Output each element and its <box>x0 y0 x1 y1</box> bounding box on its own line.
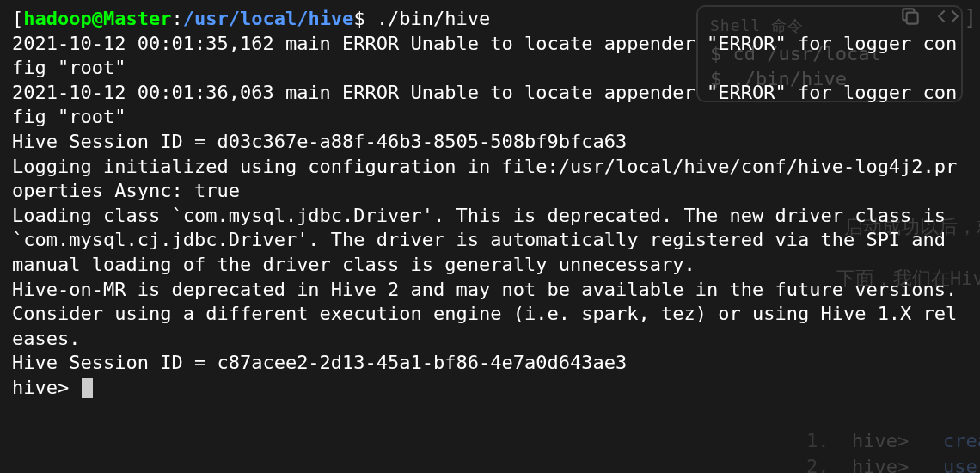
output-line: 2021-10-12 00:01:36,063 main ERROR Unabl… <box>12 81 968 130</box>
output-line: Hive-on-MR is deprecated in Hive 2 and m… <box>12 278 968 352</box>
bg-hive-2: 2. hive> use <box>761 430 980 473</box>
prompt-user-host: hadoop@Master <box>23 8 171 29</box>
output-line: 2021-10-12 00:01:35,162 main ERROR Unabl… <box>12 32 968 81</box>
prompt-line: [hadoop@Master:/usr/local/hive$ ./bin/hi… <box>12 7 968 32</box>
cursor <box>82 378 93 398</box>
output-line: Loading class `com.mysql.jdbc.Driver'. T… <box>12 204 968 278</box>
prompt-separator: : <box>171 8 182 29</box>
bracket-decoration: ] <box>965 5 977 32</box>
prompt-path: /usr/local/hive <box>183 8 354 29</box>
prompt-bracket-open: [ <box>12 8 23 29</box>
output-line: Hive Session ID = c87acee2-2d13-45a1-bf8… <box>12 351 968 376</box>
command-text: ./bin/hive <box>377 8 490 29</box>
terminal[interactable]: [hadoop@Master:/usr/local/hive$ ./bin/hi… <box>0 0 980 408</box>
hive-prompt-line[interactable]: hive> <box>12 376 968 401</box>
output-line: Hive Session ID = d03c367e-a88f-46b3-850… <box>12 130 968 155</box>
hive-prompt: hive> <box>12 377 80 398</box>
output-line: Logging initialized using configuration … <box>12 155 968 204</box>
prompt-dollar: $ <box>353 8 377 29</box>
